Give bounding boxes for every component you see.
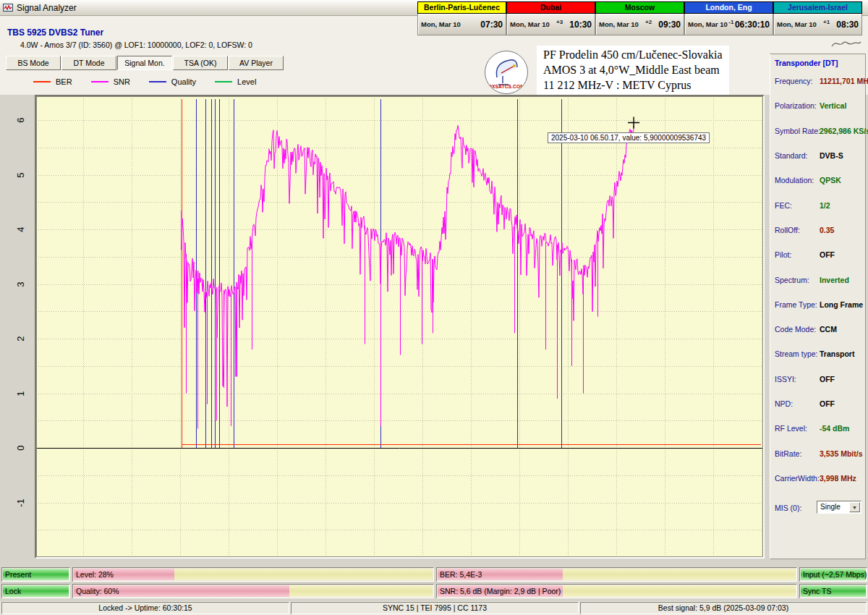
transponder-row-code-mode: Code Mode:CCM [770, 317, 865, 342]
button-signal-mon[interactable]: Signal Mon. [117, 56, 172, 70]
transponder-label: Stream type: [775, 349, 818, 358]
y-axis-tick: 4 [14, 223, 27, 236]
statusbar-sync-counters: SYNC 15 | TEI 7995 | CC 1173 [291, 602, 579, 614]
transponder-row-stream-type: Stream type:Transport [770, 342, 865, 366]
legend-item-level: Level [215, 77, 256, 86]
legend-label: Level [237, 77, 256, 86]
transponder-row-issyi: ISSYI:OFF [770, 367, 865, 391]
transponder-row-spectrum: Spectrum:Inverted [770, 267, 865, 292]
transponder-value: Inverted [820, 276, 849, 284]
transponder-value: -54 dBm [820, 424, 849, 433]
meter-bar [74, 569, 433, 580]
overlay-line: AMOS 3 at 4,0°W_Middle East beam [543, 62, 723, 77]
clock-time-cell: Mon, Mar 10+108:30 [773, 14, 862, 35]
annotation-overlay: PF Prodelin 450 cm/Lučenec-SlovakiaAMOS … [537, 46, 729, 95]
transponder-label: Polarization: [775, 101, 817, 110]
transponder-value: DVB-S [820, 151, 843, 160]
lock-indicator: Lock [1, 584, 70, 598]
transponder-label: Frequency: [775, 77, 813, 85]
transponder-label: Frame Type: [775, 300, 817, 309]
signal-chart-canvas[interactable] [36, 96, 763, 557]
dxsatcs-logo-text: DXSATCS.COM [485, 84, 527, 89]
transponder-row-npd: NPD:OFF [770, 391, 865, 416]
clock-dubai: DubaiMon, Mar 10+310:30 [506, 1, 595, 35]
clock-utc-offset: +3 [556, 19, 563, 25]
mis-dropdown[interactable]: Single ▼ [817, 501, 861, 514]
mis-selected-value: Single [820, 503, 841, 511]
meter-label: Level: 28% [76, 570, 114, 579]
transponder-value: Transport [820, 349, 854, 358]
transponder-value: 1/2 [820, 201, 830, 210]
clock-utc-offset: -1 [728, 19, 733, 25]
transponder-label: RollOff: [775, 226, 800, 234]
app-icon [3, 3, 13, 13]
mode-toolbar: BS ModeDT ModeSignal Mon.TSA (OK)AV Play… [6, 56, 284, 70]
y-axis-tick: 6 [14, 114, 27, 127]
button-tsa-ok[interactable]: TSA (OK) [173, 56, 228, 70]
legend-item-quality: Quality [149, 77, 196, 86]
status-bar: Locked -> Uptime: 60:30:15 SYNC 15 | TEI… [0, 601, 868, 615]
button-bs-mode[interactable]: BS Mode [6, 56, 61, 70]
transponder-label: RF Level: [775, 424, 807, 433]
clock-date: Mon, Mar 10 [777, 20, 817, 28]
quality-meter: Quality: 60% [72, 584, 434, 598]
meter-label: Present [5, 570, 31, 579]
legend-swatch-icon [91, 81, 109, 82]
transponder-value: QPSK [820, 176, 841, 184]
clock-time: 06:30:10 [735, 20, 770, 30]
clock-time: 07:30 [480, 20, 503, 30]
y-axis-tick: -1 [14, 496, 27, 509]
meter-label: SNR: 5,6 dB (Margin: 2,9 dB | Poor) [440, 587, 561, 595]
transponder-label: Standard: [775, 151, 808, 160]
clock-time-cell: Mon, Mar 10-106:30:10 [684, 14, 773, 35]
meter-bar [74, 585, 433, 597]
transponder-label: ISSYI: [775, 375, 796, 383]
clock-date: Mon, Mar 10 [688, 20, 728, 28]
status-meters: PresentLevel: 28%BER: 5,4E-3Input (~2,57… [1, 567, 867, 598]
transponder-row-modulation: Modulation:QPSK [770, 168, 865, 192]
level-meter: Level: 28% [72, 567, 434, 582]
legend-label: SNR [114, 77, 130, 86]
transponder-label: FEC: [775, 201, 792, 210]
button-av-player[interactable]: AV Player [229, 56, 284, 70]
legend-item-ber: BER [33, 77, 72, 86]
meter-label: Input (~2,57 Mbps) [803, 570, 867, 579]
clock-time: 08:30 [836, 20, 859, 30]
clock-moscow: MoscowMon, Mar 10+209:30 [595, 1, 684, 35]
chart-legend: BERSNRQualityLevel [33, 77, 256, 86]
button-dt-mode[interactable]: DT Mode [61, 56, 116, 70]
present-indicator: Present [1, 567, 70, 582]
statusbar-best-signal: Best signal: 5,9 dB (2025-03-09 07:03) [580, 602, 867, 614]
meter-label: Lock [5, 587, 21, 595]
clock-city-tab[interactable]: London, Eng [684, 1, 773, 14]
legend-swatch-icon [33, 81, 51, 82]
clock-city-tab[interactable]: Jerusalem-Israel [773, 1, 862, 14]
clock-date: Mon, Mar 10 [421, 20, 461, 28]
clock-city-tab[interactable]: Berlin-Paris-Lučenec [417, 1, 506, 14]
legend-item-snr: SNR [91, 77, 130, 86]
transponder-value: Long Frame [820, 300, 863, 309]
legend-swatch-icon [149, 81, 166, 82]
transponder-value: 11211,701 MHz [820, 77, 868, 85]
clock-date: Mon, Mar 10 [510, 20, 550, 28]
transponder-label: NPD: [775, 399, 793, 408]
transponder-panel: Transponder [DT] Frequency:11211,701 MHz… [770, 54, 866, 559]
clock-utc-offset: +2 [645, 19, 652, 25]
statusbar-lock-uptime: Locked -> Uptime: 60:30:15 [1, 602, 289, 614]
transponder-value: 2962,986 KS/s [820, 127, 868, 135]
chevron-down-icon[interactable]: ▼ [849, 502, 860, 512]
transponder-label: Modulation: [775, 176, 814, 184]
clock-city-tab[interactable]: Moscow [595, 1, 684, 14]
transponder-value: 3,998 MHz [820, 474, 856, 483]
signal-chart[interactable]: 2025-03-10 06.50.17, value: 5,9000000953… [35, 95, 765, 559]
clock-city-tab[interactable]: Dubai [506, 1, 595, 14]
transponder-row-frequency: Frequency:11211,701 MHz [770, 69, 865, 93]
transponder-rows: Frequency:11211,701 MHzPolarization:Vert… [770, 69, 865, 491]
transponder-value: Vertical [820, 101, 846, 110]
input-indicator: Input (~2,57 Mbps) [799, 567, 867, 582]
y-axis-tick: 3 [14, 278, 27, 291]
clock-date: Mon, Mar 10 [599, 20, 639, 28]
overlay-line: PF Prodelin 450 cm/Lučenec-Slovakia [543, 47, 723, 62]
transponder-row-symbol-rate: Symbol Rate:2962,986 KS/s [770, 119, 865, 143]
transponder-label: Spectrum: [775, 276, 809, 284]
